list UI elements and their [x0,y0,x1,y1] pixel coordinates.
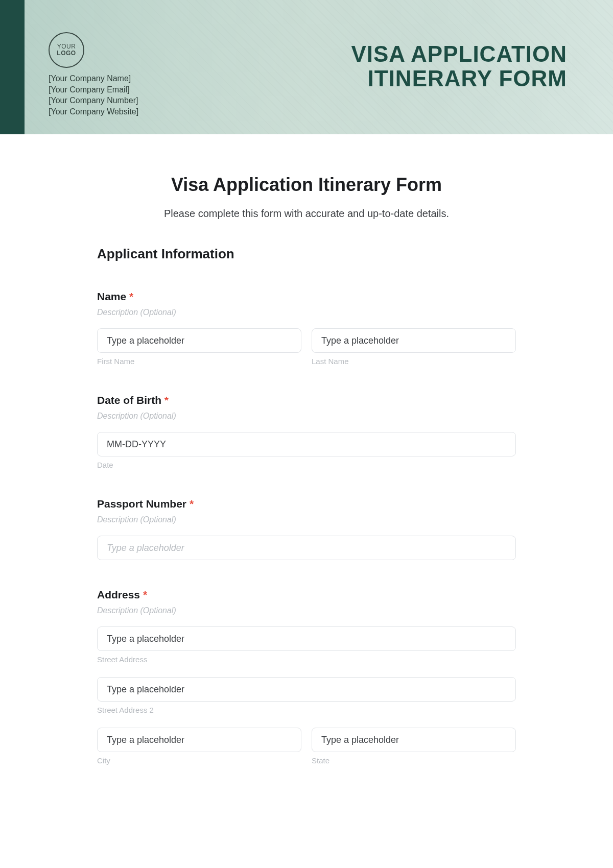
banner-accent-bar [0,0,25,134]
input-placeholder: Type a placeholder [107,735,184,745]
field-dob-label: Date of Birth * [97,394,516,406]
input-placeholder: Type a placeholder [321,335,399,346]
passport-input[interactable]: Type a placeholder [97,536,516,560]
logo-placeholder: YOUR LOGO [49,32,84,68]
company-name: [Your Company Name] [49,73,138,84]
field-dob: Date of Birth * Description (Optional) M… [97,394,516,469]
input-placeholder: Type a placeholder [107,684,184,695]
last-name-input[interactable]: Type a placeholder [312,328,516,353]
banner-title: VISA APPLICATION ITINERARY FORM [351,42,567,91]
field-passport-label: Passport Number * [97,498,516,510]
label-text: Address [97,589,140,600]
input-placeholder: Type a placeholder [107,335,184,346]
header-banner: YOUR LOGO [Your Company Name] [Your Comp… [0,0,613,134]
first-name-sublabel: First Name [97,357,301,366]
input-placeholder: MM-DD-YYYY [107,439,166,450]
field-address-label: Address * [97,589,516,601]
field-passport-description: Description (Optional) [97,515,516,524]
company-block: YOUR LOGO [Your Company Name] [Your Comp… [49,32,138,117]
field-dob-description: Description (Optional) [97,412,516,421]
company-email: [Your Company Email] [49,84,138,95]
first-name-input[interactable]: Type a placeholder [97,328,301,353]
field-name-label: Name * [97,291,516,303]
field-passport: Passport Number * Description (Optional)… [97,498,516,560]
banner-title-line1: VISA APPLICATION [351,42,567,66]
state-input[interactable]: Type a placeholder [312,728,516,752]
street-address-2-input[interactable]: Type a placeholder [97,677,516,702]
form-subtitle: Please complete this form with accurate … [97,208,516,220]
state-sublabel: State [312,756,516,765]
required-mark: * [164,394,169,406]
form-title: Visa Application Itinerary Form [97,174,516,196]
dob-input[interactable]: MM-DD-YYYY [97,432,516,456]
street-address-2-sublabel: Street Address 2 [97,706,516,714]
label-text: Passport Number [97,498,186,510]
city-input[interactable]: Type a placeholder [97,728,301,752]
field-name-description: Description (Optional) [97,308,516,317]
label-text: Name [97,291,126,302]
dob-sublabel: Date [97,461,516,469]
company-website: [Your Company Website] [49,106,138,117]
input-placeholder: Type a placeholder [107,634,184,644]
last-name-sublabel: Last Name [312,357,516,366]
required-mark: * [143,589,147,600]
banner-title-line2: ITINERARY FORM [351,66,567,91]
section-applicant-information: Applicant Information [97,246,516,262]
input-placeholder: Type a placeholder [321,735,399,745]
field-address: Address * Description (Optional) Type a … [97,589,516,765]
field-name: Name * Description (Optional) Type a pla… [97,291,516,366]
street-address-input[interactable]: Type a placeholder [97,626,516,651]
company-number: [Your Company Number] [49,95,138,106]
required-mark: * [190,498,194,510]
required-mark: * [129,291,133,302]
field-address-description: Description (Optional) [97,606,516,615]
street-address-sublabel: Street Address [97,655,516,664]
logo-text-line2: LOGO [57,50,76,57]
city-sublabel: City [97,756,301,765]
form-body: Visa Application Itinerary Form Please c… [97,134,516,765]
label-text: Date of Birth [97,394,161,406]
input-placeholder: Type a placeholder [107,543,184,553]
